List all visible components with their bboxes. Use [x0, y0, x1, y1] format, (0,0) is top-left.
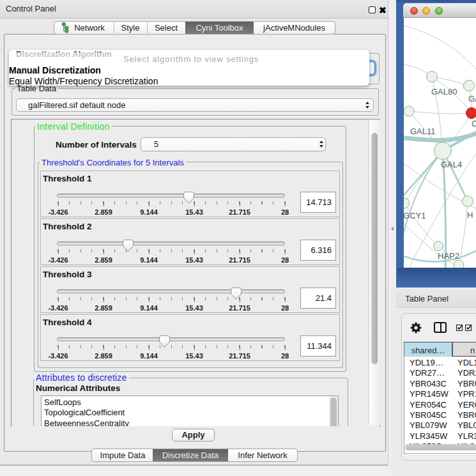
- svg-text:H: H: [467, 210, 473, 220]
- svg-text:C: C: [472, 119, 476, 128]
- svg-text:GAL11: GAL11: [410, 127, 436, 136]
- svg-text:GAL4: GAL4: [441, 160, 462, 169]
- svg-text:GA: GA: [468, 94, 476, 104]
- svg-text:GAL80: GAL80: [431, 87, 457, 96]
- svg-text:HAP2: HAP2: [438, 251, 459, 261]
- svg-text:GCY1: GCY1: [404, 211, 426, 220]
